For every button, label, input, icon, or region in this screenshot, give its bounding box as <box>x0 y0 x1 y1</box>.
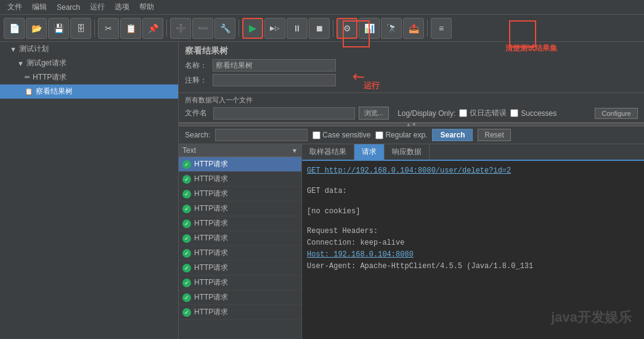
list-item-0[interactable]: ✓ HTTP请求 <box>179 157 301 172</box>
browse-button[interactable]: 浏览... <box>359 107 389 120</box>
list-header: Text ▼ <box>179 144 301 157</box>
list-item-1[interactable]: ✓ HTTP请求 <box>179 172 301 187</box>
detail-line-9: User-Agent: Apache-HttpClient/4.5.5 (Jav… <box>307 261 639 272</box>
search-input[interactable] <box>215 129 308 141</box>
panel-header: 察看结果树 名称： 注释： <box>179 42 644 93</box>
case-sensitive-label: Case sensitive <box>322 131 370 139</box>
name-input[interactable] <box>213 59 336 71</box>
reset-button[interactable]: Reset <box>478 129 510 141</box>
cut-button[interactable]: ✂ <box>98 18 119 39</box>
list-item-9[interactable]: ✓ HTTP请求 <box>179 290 301 305</box>
tree-item-label: 测试计划 <box>19 44 49 54</box>
file-input[interactable] <box>213 107 355 120</box>
search-bar: Search: Case sensitive Regular exp. Sear… <box>179 126 644 144</box>
new-button[interactable]: 📄 <box>4 18 25 39</box>
regex-checkbox[interactable] <box>375 131 383 139</box>
status-icon-5: ✓ <box>182 234 191 243</box>
open-button[interactable]: 📂 <box>26 18 47 39</box>
separator-3 <box>238 20 239 37</box>
tab-response[interactable]: 响应数据 <box>385 144 430 160</box>
list-item-text-3: HTTP请求 <box>194 203 228 214</box>
tree-item-test-plan[interactable]: ▼ 测试计划 <box>0 42 178 56</box>
file-section: 所有数据写入一个文件 文件名 浏览... Log/Display Only: 仅… <box>179 93 644 123</box>
list-item-5[interactable]: ✓ HTTP请求 <box>179 231 301 246</box>
browse-button[interactable]: 🔧 <box>214 18 235 39</box>
list-item-text-10: HTTP请求 <box>194 307 228 317</box>
list-item-text-4: HTTP请求 <box>194 218 228 229</box>
comment-label: 注释： <box>185 75 213 86</box>
list-item-4[interactable]: ✓ HTTP请求 <box>179 216 301 231</box>
report-button[interactable]: 📊 <box>359 18 380 39</box>
tree-item-http-label: HTTP请求 <box>33 72 67 83</box>
comment-input[interactable] <box>213 74 336 86</box>
list-item-6[interactable]: ✓ HTTP请求 <box>179 246 301 261</box>
tab-request[interactable]: 请求 <box>354 144 385 160</box>
log-display-label: Log/Display Only: <box>397 109 455 118</box>
play-button[interactable]: ▶ <box>242 18 263 39</box>
expand-icon: ▼ <box>10 46 17 53</box>
menu-search[interactable]: Search <box>52 2 85 13</box>
dropdown-arrow[interactable]: ▼ <box>291 147 298 154</box>
detail-line-0: GET http://192.168.0.104:8080/user/delet… <box>307 166 639 176</box>
list-item-text-5: HTTP请求 <box>194 233 228 243</box>
export-button[interactable]: 📤 <box>403 18 424 39</box>
status-icon-0: ✓ <box>182 160 191 169</box>
separator-2 <box>166 20 167 37</box>
list-item-8[interactable]: ✓ HTTP请求 <box>179 276 301 290</box>
status-icon-4: ✓ <box>182 219 191 228</box>
remove-button[interactable]: ➖ <box>192 18 213 39</box>
pause-button[interactable]: ⏸ <box>287 18 308 39</box>
stop-button[interactable]: ⏹ <box>309 18 330 39</box>
list-item-3[interactable]: ✓ HTTP请求 <box>179 202 301 216</box>
list-item-2[interactable]: ✓ HTTP请求 <box>179 187 301 202</box>
detail-line-6: Request Headers: <box>307 226 639 237</box>
file-section-label: 所有数据写入一个文件 <box>185 96 638 105</box>
tab-sampler-result[interactable]: 取样器结果 <box>302 144 354 160</box>
file-label: 文件名 <box>185 108 210 118</box>
successes-checkbox-group: Successes <box>510 109 556 118</box>
tabs-bar: 取样器结果 请求 响应数据 <box>302 144 644 161</box>
tree-item-get-request[interactable]: ▼ 测试get请求 <box>0 56 178 70</box>
configure-button[interactable]: Configure <box>595 108 638 119</box>
result-tree-icon: 📋 <box>25 88 33 96</box>
list-item-7[interactable]: ✓ HTTP请求 <box>179 261 301 276</box>
name-label: 名称： <box>185 60 213 71</box>
regex-label: Regular exp. <box>385 131 427 139</box>
list-item-10[interactable]: ✓ HTTP请求 <box>179 305 301 320</box>
settings-button[interactable]: ⚙ <box>336 18 357 39</box>
left-tree-panel: ▼ 测试计划 ▼ 测试get请求 ✏ HTTP请求 📋 察看结果树 <box>0 42 179 339</box>
successes-checkbox[interactable] <box>510 109 518 117</box>
paste-button[interactable]: 📌 <box>142 18 163 39</box>
name-row: 名称： <box>185 59 638 71</box>
list-item-text-9: HTTP请求 <box>194 292 228 303</box>
copy-button[interactable]: 📋 <box>120 18 141 39</box>
menu-run[interactable]: 运行 <box>85 1 110 14</box>
menu-help[interactable]: 帮助 <box>134 1 159 14</box>
menu-file[interactable]: 文件 <box>2 1 27 14</box>
tree-item-result-tree[interactable]: 📋 察看结果树 <box>0 84 178 99</box>
errors-checkbox-group: 仅日志错误 <box>459 108 507 118</box>
case-sensitive-checkbox[interactable] <box>312 131 320 139</box>
play-step-button[interactable]: ▶▷ <box>264 18 285 39</box>
save-button[interactable]: 💾 <box>48 18 69 39</box>
detail-line-1 <box>307 178 639 185</box>
detail-line-4: [no cookies] <box>307 206 639 217</box>
detail-line-5 <box>307 218 639 225</box>
search-button[interactable]: Search <box>432 129 473 141</box>
expand-icon-2: ▼ <box>17 60 24 67</box>
errors-checkbox[interactable] <box>459 109 467 117</box>
list-item-text-2: HTTP请求 <box>194 189 228 199</box>
comment-row: 注释： <box>185 74 638 86</box>
add-button[interactable]: ➕ <box>170 18 191 39</box>
binoculars-button[interactable]: 🔭 <box>381 18 402 39</box>
saveas-button[interactable]: 🗄 <box>70 18 91 39</box>
menu-edit[interactable]: 编辑 <box>27 1 52 14</box>
http-icon: ✏ <box>25 73 30 81</box>
tree-item-http[interactable]: ✏ HTTP请求 <box>0 70 178 84</box>
regex-option: Regular exp. <box>375 131 427 139</box>
detail-panel: 取样器结果 请求 响应数据 GET http://192.168.0.104:8… <box>302 144 644 339</box>
menu-options[interactable]: 选项 <box>110 1 134 14</box>
more-button[interactable]: ≡ <box>431 18 452 39</box>
status-icon-2: ✓ <box>182 190 191 198</box>
main-layout: ▼ 测试计划 ▼ 测试get请求 ✏ HTTP请求 📋 察看结果树 察看结果树 <box>0 42 644 339</box>
